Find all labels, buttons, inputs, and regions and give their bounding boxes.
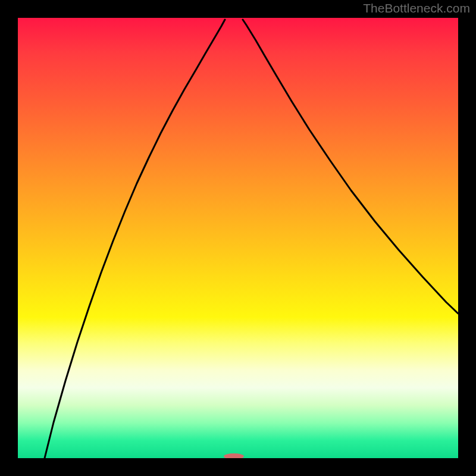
plot-area (18, 18, 458, 458)
chart-frame: TheBottleneck.com (0, 0, 476, 476)
minimum-marker (224, 453, 244, 458)
curve-right-curve (243, 20, 458, 314)
chart-svg (18, 18, 458, 458)
watermark-text: TheBottleneck.com (363, 1, 470, 15)
curve-group (45, 20, 458, 458)
curve-left-curve (45, 20, 225, 458)
